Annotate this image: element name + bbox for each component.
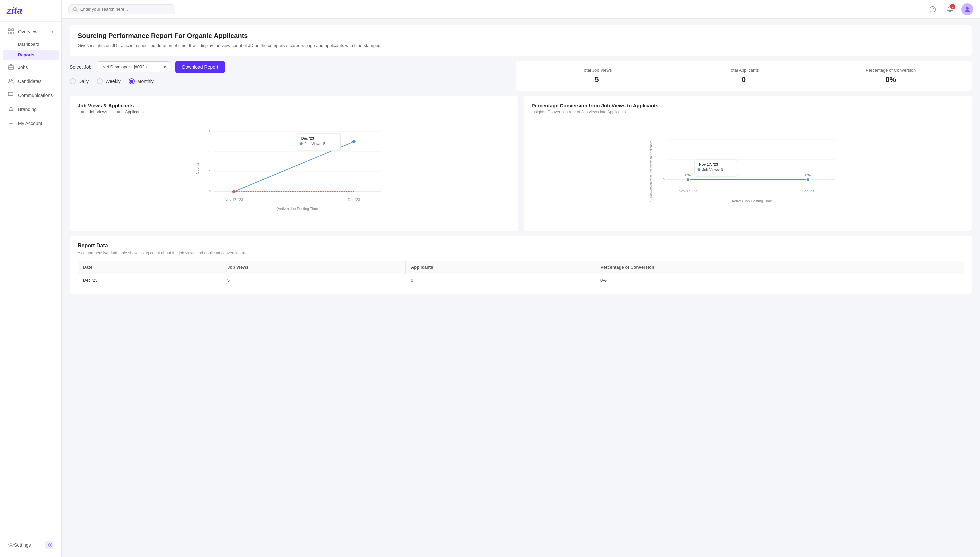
sidebar-item-my-account[interactable]: My Account › bbox=[3, 117, 59, 130]
cell-applicants: 0 bbox=[405, 274, 595, 287]
notifications-button[interactable]: 2 bbox=[944, 3, 956, 15]
svg-point-10 bbox=[10, 544, 12, 546]
app-logo: zita bbox=[7, 5, 22, 16]
svg-point-15 bbox=[966, 7, 969, 10]
chevron-right-icon: › bbox=[53, 93, 54, 98]
avatar[interactable] bbox=[961, 3, 973, 15]
search-bar[interactable] bbox=[68, 4, 175, 14]
sidebar-item-label: Communications bbox=[18, 93, 53, 98]
gear-icon bbox=[8, 542, 14, 549]
table-header-row: Date Job Views Applicants Percentage of … bbox=[78, 261, 964, 274]
svg-text:Dec '23: Dec '23 bbox=[802, 189, 814, 193]
svg-point-7 bbox=[11, 79, 13, 81]
chevron-right-icon: › bbox=[52, 107, 53, 112]
report-data-card: Report Data A comprehensive data table s… bbox=[70, 236, 972, 294]
topbar: 2 bbox=[62, 0, 980, 19]
sidebar-item-label: Jobs bbox=[18, 65, 28, 70]
radio-weekly[interactable]: Weekly bbox=[97, 78, 121, 84]
table-body: Dec '23 5 0 0% bbox=[78, 274, 964, 287]
page-header: Sourcing Performance Report For Organic … bbox=[70, 25, 972, 55]
svg-text:0: 0 bbox=[662, 178, 664, 182]
svg-point-19 bbox=[117, 111, 120, 113]
sidebar: zita Overview ▾ Dashboard bbox=[0, 0, 62, 557]
svg-text:Dec '23: Dec '23 bbox=[301, 136, 314, 140]
sidebar-collapse-button[interactable] bbox=[45, 541, 53, 549]
cell-job-views: 5 bbox=[222, 274, 406, 287]
logo-area: zita bbox=[0, 0, 61, 22]
person-icon bbox=[8, 120, 15, 127]
chevron-right-icon: › bbox=[52, 121, 53, 125]
search-input[interactable] bbox=[80, 7, 171, 11]
svg-point-49 bbox=[806, 178, 809, 181]
radio-label-weekly: Weekly bbox=[105, 79, 121, 84]
legend-job-views-label: Job Views bbox=[89, 109, 107, 114]
sidebar-item-reports[interactable]: Reports bbox=[3, 50, 59, 60]
sidebar-item-communications[interactable]: Communications › bbox=[3, 89, 59, 102]
help-icon bbox=[929, 6, 936, 13]
svg-point-17 bbox=[81, 111, 84, 113]
svg-text:2: 2 bbox=[209, 169, 211, 174]
notification-count: 2 bbox=[950, 4, 956, 9]
stat-total-job-views: Total Job Views 5 bbox=[523, 68, 670, 84]
svg-line-12 bbox=[76, 10, 77, 11]
radio-circle-monthly bbox=[129, 78, 135, 84]
stat-applicants-value: 0 bbox=[670, 75, 817, 84]
svg-text:Nov 17, '23: Nov 17, '23 bbox=[225, 197, 243, 202]
chart1-title: Job Views & Applicants bbox=[78, 103, 510, 108]
users-icon bbox=[8, 78, 15, 85]
sidebar-item-dashboard[interactable]: Dashboard bbox=[3, 39, 59, 49]
stat-job-views-value: 5 bbox=[523, 75, 670, 84]
star-icon bbox=[8, 106, 15, 112]
charts-row: Job Views & Applicants Job Views bbox=[70, 96, 972, 231]
sidebar-item-jobs[interactable]: Jobs › bbox=[3, 60, 59, 74]
controls-row: Select Job .Net Developer - jd002s Downl… bbox=[70, 61, 510, 73]
svg-text:6: 6 bbox=[209, 130, 211, 134]
radio-monthly[interactable]: Monthly bbox=[129, 78, 154, 84]
svg-point-32 bbox=[352, 140, 356, 143]
sidebar-item-label: Reports bbox=[18, 52, 34, 57]
sidebar-item-label: Overview bbox=[18, 29, 38, 34]
topbar-icons: 2 bbox=[927, 3, 973, 15]
briefcase-icon bbox=[8, 64, 15, 71]
svg-text:Job Views: 0: Job Views: 0 bbox=[702, 168, 723, 171]
col-job-views: Job Views bbox=[222, 261, 406, 274]
svg-point-14 bbox=[932, 10, 933, 11]
radio-daily[interactable]: Daily bbox=[70, 78, 89, 84]
download-report-button[interactable]: Download Report bbox=[175, 61, 225, 73]
legend-applicants-icon bbox=[114, 110, 123, 114]
svg-rect-0 bbox=[8, 29, 10, 31]
radio-label-daily: Daily bbox=[78, 79, 89, 84]
chart-job-views: Job Views & Applicants Job Views bbox=[70, 96, 519, 231]
sidebar-item-branding[interactable]: Branding › bbox=[3, 103, 59, 116]
search-icon bbox=[73, 7, 78, 12]
legend-applicants: Applicants bbox=[114, 109, 143, 114]
svg-point-9 bbox=[10, 121, 12, 123]
grid-icon bbox=[8, 28, 15, 35]
sidebar-item-settings[interactable]: Settings bbox=[3, 537, 59, 552]
radio-label-monthly: Monthly bbox=[137, 79, 154, 84]
svg-text:0: 0 bbox=[209, 189, 211, 194]
job-select[interactable]: .Net Developer - jd002s bbox=[97, 61, 170, 72]
sidebar-item-candidates[interactable]: Candidates › bbox=[3, 75, 59, 88]
svg-point-13 bbox=[930, 7, 936, 12]
svg-text:(Active) Job Posting Time: (Active) Job Posting Time bbox=[276, 207, 318, 210]
chat-icon bbox=[8, 92, 15, 99]
select-job-label: Select Job bbox=[70, 64, 91, 70]
stat-conversion-value: 0% bbox=[817, 75, 964, 84]
table-row: Dec '23 5 0 0% bbox=[78, 274, 964, 287]
stats-card: Total Job Views 5 Total Applicants 0 Per… bbox=[516, 61, 972, 91]
sidebar-item-overview[interactable]: Overview ▾ bbox=[3, 25, 59, 38]
help-button[interactable] bbox=[927, 3, 939, 15]
legend-job-views: Job Views bbox=[78, 109, 107, 114]
chevron-right-icon: › bbox=[52, 79, 53, 84]
svg-text:Nov 17, '23: Nov 17, '23 bbox=[699, 162, 717, 166]
svg-text:0%: 0% bbox=[685, 173, 690, 177]
chart-conversion: Percentage Conversion from Job Views to … bbox=[523, 96, 972, 231]
svg-text:% Conversion from Job Views to: % Conversion from Job Views to Applicant… bbox=[649, 140, 652, 202]
chart1-container: Counts 6 4 2 0 bbox=[78, 118, 510, 219]
chart2-title: Percentage Conversion from Job Views to … bbox=[532, 103, 964, 108]
stat-job-views-label: Total Job Views bbox=[523, 68, 670, 73]
report-data-title: Report Data bbox=[78, 243, 964, 249]
svg-point-6 bbox=[9, 79, 11, 81]
svg-text:4: 4 bbox=[209, 150, 211, 153]
